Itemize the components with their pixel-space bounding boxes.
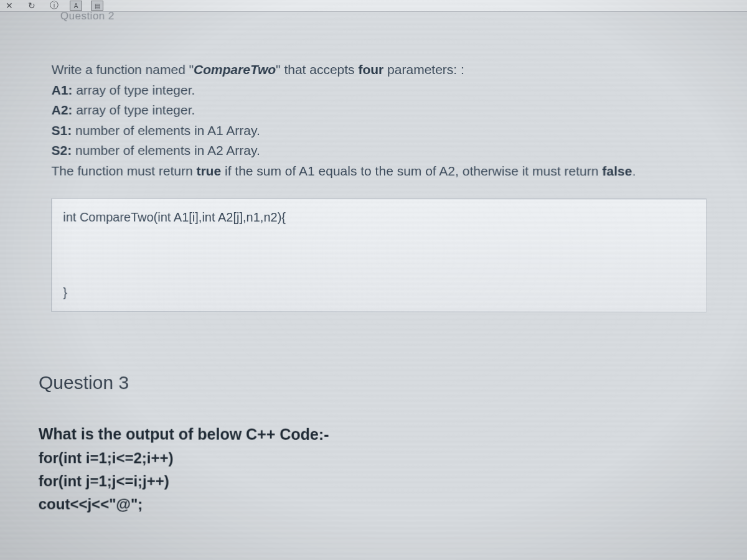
info-icon[interactable]: ⓘ [47,0,61,11]
refresh-icon[interactable]: ↻ [25,0,39,11]
question-2-header: Question 2 [60,10,115,22]
param-s2: S2: number of elements in A2 Array. [52,141,723,161]
param-s1-label: S1: [52,123,72,138]
param-a1: A1: array of type integer. [52,80,723,101]
q3-code-line-2: for(int j=1;j<=i;j++) [39,469,723,493]
param-s2-text: number of elements in A2 Array. [72,143,260,157]
param-a1-label: A1: [52,83,73,97]
q2-intro-line: Write a function named "CompareTwo" that… [52,60,723,80]
q2-intro-post: parameters: : [383,62,464,77]
code-answer-box[interactable]: int CompareTwo(int A1[i],int A2[j],n1,n2… [51,198,707,312]
param-a2-label: A2: [52,103,73,117]
param-s1-text: number of elements in A1 Array. [72,123,260,138]
q2-intro-pre: Write a function named " [52,62,194,77]
param-s2-label: S2: [52,143,72,157]
q2-rule-false: false [602,164,632,178]
q2-intro-mid: " that accepts [276,62,358,77]
q2-rule-pre: The function must return [52,164,197,178]
q2-rule-mid: if the sum of A1 equals to the sum of A2… [221,164,602,178]
close-icon[interactable]: ✕ [2,0,16,11]
code-signature: int CompareTwo(int A1[i],int A2[j],n1,n2… [63,208,695,228]
param-a2-text: array of type integer. [72,103,195,117]
translate-icon[interactable]: A [70,1,82,11]
q2-four: four [358,62,383,77]
param-s1: S1: number of elements in A1 Array. [52,121,723,141]
question-3-block: Question 3 What is the output of below C… [39,372,723,517]
q2-rule-true: true [197,164,222,178]
question-3-prompt: What is the output of below C++ Code:- [39,422,723,447]
q3-code-line-1: for(int i=1;i<=2;i++) [39,446,723,470]
question-2-body: Write a function named "CompareTwo" that… [51,60,723,312]
question-3-title: Question 3 [39,372,723,394]
param-a2: A2: array of type integer. [52,100,723,121]
q3-code-line-3: cout<<j<<"@"; [39,492,723,517]
q2-rule-post: . [632,164,636,178]
param-a1-text: array of type integer. [72,83,195,97]
q2-func-name: CompareTwo [194,62,276,77]
page-content: Question 2 Write a function named "Compa… [0,11,747,560]
reader-icon[interactable]: ▤ [91,1,103,11]
q2-rule: The function must return true if the sum… [52,161,723,182]
code-closing-brace: } [63,283,67,302]
